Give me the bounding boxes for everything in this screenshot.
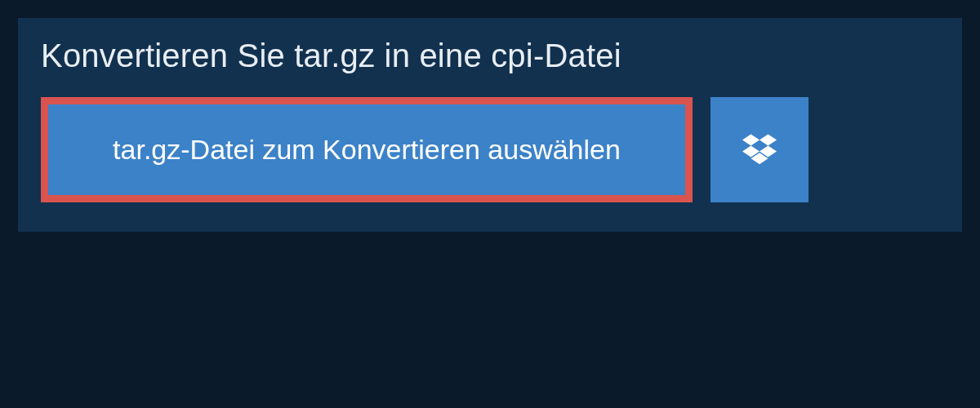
page-title: Konvertieren Sie tar.gz in eine cpi-Date… xyxy=(18,18,962,97)
select-file-button[interactable]: tar.gz-Datei zum Konvertieren auswählen xyxy=(41,97,693,202)
action-row: tar.gz-Datei zum Konvertieren auswählen xyxy=(18,97,962,232)
dropbox-icon xyxy=(742,131,777,169)
convert-panel: Konvertieren Sie tar.gz in eine cpi-Date… xyxy=(18,18,962,232)
select-file-button-label: tar.gz-Datei zum Konvertieren auswählen xyxy=(113,134,621,166)
dropbox-button[interactable] xyxy=(710,97,808,202)
